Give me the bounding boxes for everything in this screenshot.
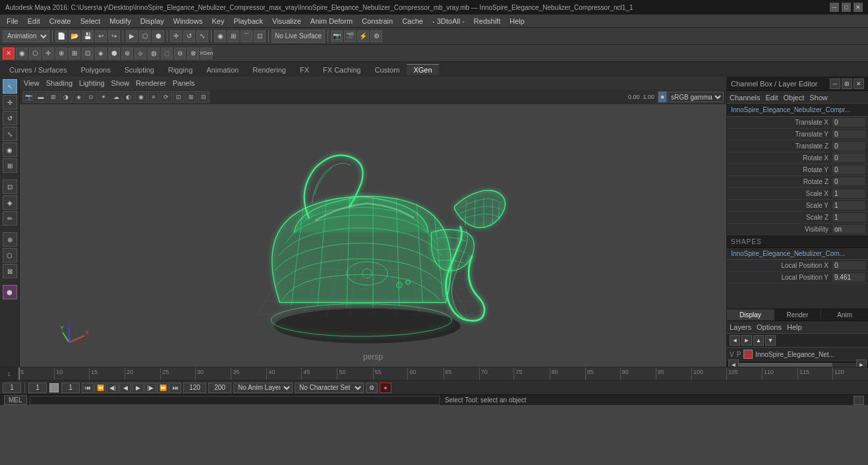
ch-menu-channels[interactable]: Channels xyxy=(730,94,760,102)
soft-select-icon[interactable]: ◉ xyxy=(214,30,226,42)
attr-value[interactable]: 1 xyxy=(832,189,865,198)
close-button[interactable]: ✕ xyxy=(854,3,863,12)
lasso-icon[interactable]: ⬡ xyxy=(139,30,151,42)
panel-float-icon[interactable]: ⊞ xyxy=(842,78,852,89)
shelf-icon-3[interactable]: ⬡ xyxy=(29,47,41,59)
vp-color-icon[interactable]: ■ xyxy=(658,91,667,103)
layer-prev-color-icon[interactable]: ◄ xyxy=(730,335,740,346)
char-set-select[interactable]: No Character Set xyxy=(295,383,364,393)
vp-hud-icon[interactable]: ⊟ xyxy=(198,91,210,103)
shelf-icon-7[interactable]: ⊡ xyxy=(82,47,94,59)
menu-windows[interactable]: Windows xyxy=(169,16,207,26)
tab-rigging[interactable]: Rigging xyxy=(161,64,199,75)
menu-constrain[interactable]: Constrain xyxy=(358,16,397,26)
shelf-icon-11[interactable]: ⌾ xyxy=(134,47,146,59)
script-mode-indicator[interactable]: MEL xyxy=(4,395,27,405)
artisan-btn[interactable]: ⊕ xyxy=(3,232,17,247)
camera-tool-btn[interactable]: ⬡ xyxy=(3,248,17,263)
panel-close-icon[interactable]: ✕ xyxy=(854,78,864,89)
frame-start-input[interactable] xyxy=(28,383,47,393)
sculpt-btn[interactable]: ◈ xyxy=(3,195,17,210)
step-back-button[interactable]: ⏪ xyxy=(94,383,106,393)
render-view-icon[interactable]: 🎬 xyxy=(344,30,356,42)
menu-visualize[interactable]: Visualize xyxy=(268,16,305,26)
attr-value[interactable]: 0 xyxy=(832,142,865,150)
vp-isolate-icon[interactable]: ⊙ xyxy=(85,91,97,103)
tab-anim[interactable]: Anim xyxy=(821,309,868,321)
menu-modify[interactable]: Modify xyxy=(105,16,134,26)
rl-menu-options[interactable]: Options xyxy=(757,323,782,331)
vp-resolution-icon[interactable]: ⊡ xyxy=(173,91,185,103)
attr-value[interactable]: 0 xyxy=(832,118,865,127)
vp-wire-icon[interactable]: ⊞ xyxy=(47,91,59,103)
snap-btn[interactable]: ⊠ xyxy=(3,264,17,278)
new-scene-icon[interactable]: 📄 xyxy=(55,30,67,42)
tab-curves-surfaces[interactable]: Curves / Surfaces xyxy=(3,64,73,75)
select-tool-btn[interactable]: ↖ xyxy=(3,79,17,94)
vp-motion-icon[interactable]: ⟳ xyxy=(160,91,172,103)
menu-create[interactable]: Create xyxy=(45,16,75,26)
rl-menu-help[interactable]: Help xyxy=(787,323,802,331)
vp-gamma-select[interactable]: sRGB gamma xyxy=(668,92,724,102)
snap-grid-icon[interactable]: ⊞ xyxy=(227,30,239,42)
redo-icon[interactable]: ↪ xyxy=(108,30,120,42)
move-icon[interactable]: ✛ xyxy=(170,30,182,42)
paint-btn[interactable]: ✏ xyxy=(3,211,17,226)
vp-grid-icon[interactable]: ⊞ xyxy=(185,91,197,103)
soft-mod-btn[interactable]: ⊡ xyxy=(3,179,17,194)
menu-anim-deform[interactable]: Anim Deform xyxy=(306,16,357,26)
shelf-icon-16[interactable]: XGen xyxy=(200,47,212,59)
tab-polygons[interactable]: Polygons xyxy=(74,64,117,75)
attr-value[interactable]: 0 xyxy=(832,261,865,270)
snap-point-icon[interactable]: ⊡ xyxy=(254,30,266,42)
shelf-icon-2[interactable]: ◉ xyxy=(16,47,28,59)
attr-value[interactable]: 9.461 xyxy=(832,273,865,282)
attr-value[interactable]: 0 xyxy=(832,166,865,174)
attr-value[interactable]: 0 xyxy=(832,130,865,139)
vp-camera-icon[interactable]: 📷 xyxy=(22,91,34,103)
vp-aa-icon[interactable]: ≡ xyxy=(148,91,159,103)
tab-xgen[interactable]: XGen xyxy=(407,64,438,75)
panel-minimize-icon[interactable]: ─ xyxy=(830,78,840,89)
mode-select[interactable]: Animation xyxy=(3,30,49,42)
tab-animation[interactable]: Animation xyxy=(200,64,245,75)
ch-menu-edit[interactable]: Edit xyxy=(765,94,778,102)
menu-cache[interactable]: Cache xyxy=(398,16,427,26)
maximize-button[interactable]: □ xyxy=(842,3,851,12)
tab-fx-caching[interactable]: FX Caching xyxy=(316,64,367,75)
measure-btn[interactable]: ⬢ xyxy=(3,285,17,299)
shelf-icon-13[interactable]: ◌ xyxy=(161,47,173,59)
play-back-button[interactable]: ◀ xyxy=(119,383,131,393)
shelf-icon-8[interactable]: ◈ xyxy=(95,47,107,59)
minimize-button[interactable]: ─ xyxy=(830,3,839,12)
scrollbar-thumb[interactable] xyxy=(739,363,832,367)
right-panel-scrollbar[interactable]: ◄ ► xyxy=(727,361,868,367)
status-right-icon[interactable] xyxy=(854,396,864,405)
shelf-icon-4[interactable]: ✛ xyxy=(42,47,54,59)
tab-custom[interactable]: Custom xyxy=(368,64,407,75)
attr-value[interactable]: on xyxy=(832,225,865,233)
undo-icon[interactable]: ↩ xyxy=(95,30,107,42)
save-scene-icon[interactable]: 💾 xyxy=(82,30,94,42)
paint-icon[interactable]: ⬢ xyxy=(152,30,164,42)
menu-redshift[interactable]: Redshift xyxy=(470,16,504,26)
shelf-icon-15[interactable]: ⊗ xyxy=(187,47,199,59)
tab-render[interactable]: Render xyxy=(774,309,822,321)
layer-v-label[interactable]: V xyxy=(730,351,734,358)
frame-end-input[interactable] xyxy=(61,383,80,393)
universal-tool-btn[interactable]: ◉ xyxy=(3,142,17,157)
vp-menu-lighting[interactable]: Lighting xyxy=(79,79,105,87)
menu-display[interactable]: Display xyxy=(136,16,168,26)
shelf-icon-12[interactable]: ◍ xyxy=(148,47,159,59)
attr-value[interactable]: 0 xyxy=(832,177,865,186)
next-keyframe-button[interactable]: |▶ xyxy=(144,383,156,393)
layer-up-icon[interactable]: ▲ xyxy=(753,335,764,346)
vp-shadow-icon[interactable]: ☁ xyxy=(110,91,122,103)
playback-start-input[interactable] xyxy=(183,383,206,393)
anim-layer-select[interactable]: No Anim Layer xyxy=(233,383,293,393)
shelf-icon-6[interactable]: ⊞ xyxy=(69,47,80,59)
vp-menu-shading[interactable]: Shading xyxy=(46,79,72,87)
attr-value[interactable]: 0 xyxy=(832,154,865,162)
scrollbar-track[interactable] xyxy=(739,363,856,367)
rotate-icon[interactable]: ↺ xyxy=(183,30,195,42)
